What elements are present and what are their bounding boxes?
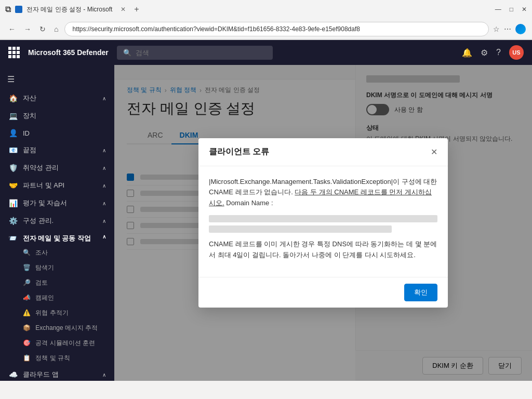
sidebar-item-eval[interactable]: 📊 평가 및 자습서 ∧ bbox=[0, 194, 114, 212]
sidebar-label-assets: 자산 bbox=[23, 94, 36, 103]
modal-title: 클라이언트 오류 bbox=[209, 147, 269, 157]
sidebar-sub-review[interactable]: 🔎 검토 bbox=[0, 275, 114, 290]
eval-chevron: ∧ bbox=[102, 201, 106, 206]
main-layout: ☰ 🏠 자산 ∧ 💻 장치 👤 ID 📧 끝점 ∧ 🛡️ 취약성 관리 bbox=[0, 65, 532, 381]
sidebar-label-investigate: 조사 bbox=[35, 249, 48, 256]
settings-icon[interactable]: ⚙ bbox=[481, 48, 488, 58]
search-bar: 🔍 bbox=[117, 46, 273, 60]
sidebar-sub-policy[interactable]: 📋 정책 및 규칙 bbox=[0, 351, 114, 366]
new-tab-btn[interactable]: + bbox=[134, 5, 139, 14]
review-icon: 🔎 bbox=[23, 279, 31, 286]
app-header: Microsoft 365 Defender 🔍 🔔 ⚙ ? US bbox=[0, 40, 532, 65]
sidebar-label-attack-sim: 공격 시뮬레이션 훈련 bbox=[35, 339, 95, 347]
sidebar-label-campaign: 캠페인 bbox=[35, 294, 54, 301]
help-icon[interactable]: ? bbox=[496, 48, 501, 57]
assets-icon: 🏠 bbox=[8, 94, 18, 102]
header-actions: 🔔 ⚙ ? US bbox=[462, 45, 524, 60]
sidebar-item-cloud[interactable]: ☁️ 클라우드 앱 ∧ bbox=[0, 366, 114, 381]
browser-settings-icon[interactable]: ⋯ bbox=[504, 25, 511, 33]
sidebar-item-partners[interactable]: 🤝 파트너 및 API ∧ bbox=[0, 177, 114, 194]
redacted-block-1 bbox=[209, 215, 437, 222]
sidebar-sub-attack-sim[interactable]: 🎯 공격 시뮬레이션 훈련 bbox=[0, 336, 114, 351]
modal-body: |Microsoft.Exchange.Management.Tasks.Val… bbox=[198, 166, 448, 277]
sidebar-label-eval: 평가 및 자습서 bbox=[23, 198, 67, 208]
apps-grid-icon[interactable] bbox=[8, 47, 20, 58]
modal-close-btn[interactable]: ✕ bbox=[431, 147, 437, 157]
sidebar-item-endpoint[interactable]: 📧 끝점 ∧ bbox=[0, 141, 114, 159]
sidebar-sub-exchange[interactable]: 📦 Exchange 메시지 추적 bbox=[0, 321, 114, 336]
cloud-icon: ☁️ bbox=[8, 370, 18, 379]
sidebar-item-config[interactable]: ⚙️ 구성 관리. ∧ bbox=[0, 212, 114, 230]
hamburger-btn[interactable]: ☰ bbox=[0, 69, 114, 89]
sidebar-sub-explorer[interactable]: 🗑️ 탐색기 bbox=[0, 260, 114, 275]
endpoint-chevron: ∧ bbox=[102, 148, 106, 153]
error-modal: 클라이언트 오류 ✕ |Microsoft.Exchange.Managemen… bbox=[198, 138, 448, 308]
app-container: Microsoft 365 Defender 🔍 🔔 ⚙ ? US ☰ 🏠 자산… bbox=[0, 40, 532, 381]
modal-body-line1: |Microsoft.Exchange.Management.Tasks.Val… bbox=[209, 177, 437, 209]
forward-btn[interactable]: → bbox=[22, 23, 33, 35]
campaign-icon: 📣 bbox=[23, 294, 31, 301]
modal-domain-label: Domain Name : bbox=[226, 199, 273, 207]
back-btn[interactable]: ← bbox=[6, 23, 18, 35]
attack-sim-icon: 🎯 bbox=[23, 339, 31, 347]
eval-icon: 📊 bbox=[8, 199, 18, 207]
search-icon: 🔍 bbox=[123, 49, 131, 57]
sidebar-label-device: 장치 bbox=[23, 111, 36, 121]
modal-confirm-btn[interactable]: 확인 bbox=[404, 284, 437, 301]
star-icon[interactable]: ☆ bbox=[493, 25, 500, 33]
sidebar-label-email: 전자 메일 및 공동 작업 bbox=[23, 234, 91, 242]
minimize-btn[interactable]: — bbox=[495, 6, 501, 13]
sidebar-section-email[interactable]: 📨 전자 메일 및 공동 작업 ∧ bbox=[0, 230, 114, 245]
sidebar: ☰ 🏠 자산 ∧ 💻 장치 👤 ID 📧 끝점 ∧ 🛡️ 취약성 관리 bbox=[0, 65, 114, 381]
modal-footer-text: CNAME 레코드를 이미 게시한 경우 특정 DNS에 따라 동기화하는 데 … bbox=[209, 239, 437, 261]
maximize-btn[interactable]: □ bbox=[510, 6, 513, 13]
investigate-icon: 🔍 bbox=[23, 249, 31, 256]
sidebar-item-id[interactable]: 👤 ID bbox=[0, 125, 114, 141]
title-bar: ⧉ 전자 메일 인증 설정 - Microsoft ✕ + — □ ✕ bbox=[0, 0, 532, 19]
sidebar-sub-investigate[interactable]: 🔍 조사 bbox=[0, 245, 114, 260]
vuln-icon: 🛡️ bbox=[8, 164, 18, 172]
email-collab-icon: 📨 bbox=[8, 234, 17, 242]
content-area: ↑ ↓ ✕ 정책 및 규칙 › 위협 정책 › 전자 메일 인증 설정 전자 메… bbox=[114, 65, 532, 381]
sidebar-sub-campaign[interactable]: 📣 캠페인 bbox=[0, 290, 114, 305]
config-icon: ⚙️ bbox=[8, 217, 18, 225]
address-input[interactable] bbox=[64, 22, 489, 36]
refresh-btn[interactable]: ↻ bbox=[37, 23, 48, 35]
sidebar-label-partners: 파트너 및 API bbox=[23, 181, 64, 190]
tab-close-btn[interactable]: ✕ bbox=[121, 6, 126, 13]
sidebar-item-device[interactable]: 💻 장치 bbox=[0, 107, 114, 125]
sidebar-label-config: 구성 관리. bbox=[23, 216, 54, 225]
user-avatar[interactable]: US bbox=[509, 45, 524, 60]
cloud-chevron: ∧ bbox=[102, 372, 106, 378]
explorer-icon: 🗑️ bbox=[23, 264, 31, 271]
search-input[interactable] bbox=[136, 49, 267, 57]
exchange-icon: 📦 bbox=[23, 324, 31, 331]
endpoint-icon: 📧 bbox=[8, 146, 18, 154]
browser-logo-icon: ⧉ bbox=[5, 5, 11, 14]
browser-chrome: ⧉ 전자 메일 인증 설정 - Microsoft ✕ + — □ ✕ ← → … bbox=[0, 0, 532, 40]
id-icon: 👤 bbox=[8, 129, 18, 137]
sidebar-label-vuln: 취약성 관리 bbox=[23, 163, 59, 172]
policy-icon: 📋 bbox=[23, 354, 31, 362]
sidebar-item-assets[interactable]: 🏠 자산 ∧ bbox=[0, 89, 114, 107]
home-btn[interactable]: ⌂ bbox=[52, 23, 60, 35]
close-btn[interactable]: ✕ bbox=[522, 6, 527, 13]
assets-chevron: ∧ bbox=[102, 96, 106, 101]
redacted-block-2 bbox=[209, 225, 392, 233]
browser-actions: ☆ ⋯ bbox=[493, 24, 526, 34]
partners-chevron: ∧ bbox=[102, 183, 106, 189]
modal-footer: 확인 bbox=[198, 277, 448, 308]
tab-title: 전자 메일 인증 설정 - Microsoft bbox=[26, 5, 112, 14]
sidebar-sub-threat-tracker[interactable]: ⚠️ 위협 추적기 bbox=[0, 305, 114, 321]
app-name: Microsoft 365 Defender bbox=[28, 48, 109, 57]
address-bar: ← → ↻ ⌂ ☆ ⋯ bbox=[0, 19, 532, 39]
window-controls: — □ ✕ bbox=[495, 6, 527, 13]
sidebar-label-explorer: 탐색기 bbox=[35, 264, 54, 271]
sidebar-item-vuln[interactable]: 🛡️ 취약성 관리 ∧ bbox=[0, 159, 114, 177]
notifications-icon[interactable]: 🔔 bbox=[462, 48, 472, 58]
sidebar-label-policy: 정책 및 규칙 bbox=[35, 354, 70, 362]
vuln-chevron: ∧ bbox=[102, 165, 106, 171]
email-chevron: ∧ bbox=[102, 234, 106, 240]
sidebar-label-endpoint: 끝점 bbox=[23, 145, 36, 155]
modal-header: 클라이언트 오류 ✕ bbox=[198, 138, 448, 166]
